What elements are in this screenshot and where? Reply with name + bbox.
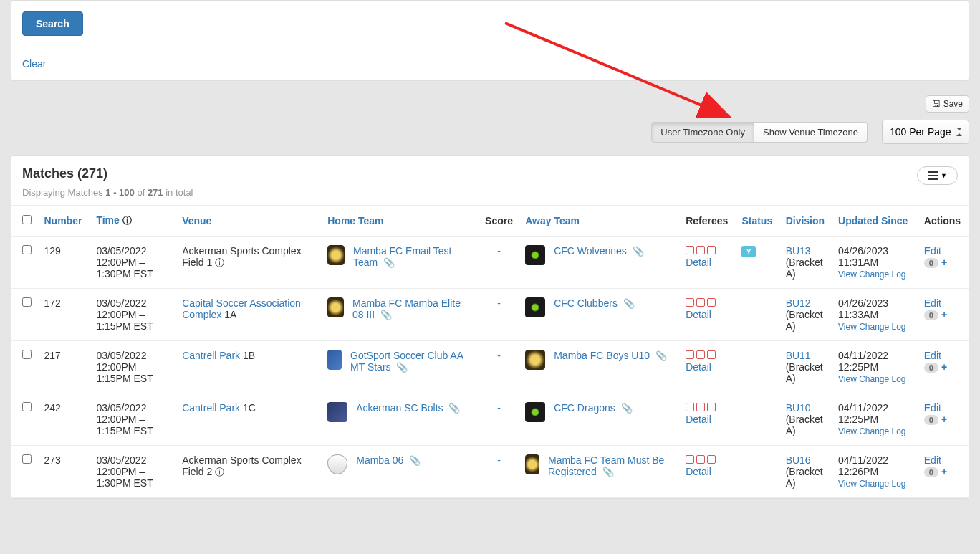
col-home-team[interactable]: Home Team (322, 206, 479, 237)
cell-referees: Detail (680, 237, 736, 289)
referee-slots[interactable] (686, 298, 716, 307)
cell-score[interactable]: - (479, 237, 519, 289)
attachment-icon[interactable]: 📎 (409, 455, 421, 466)
view-change-log-link[interactable]: View Change Log (838, 269, 906, 280)
cell-away-team: Mamba FC Team Must Be Registered 📎 (519, 446, 680, 498)
select-all-checkbox[interactable] (22, 215, 32, 224)
referee-detail-link[interactable]: Detail (686, 414, 711, 425)
referee-slot-icon[interactable] (686, 298, 694, 307)
referee-slot-icon[interactable] (707, 455, 716, 464)
user-timezone-button[interactable]: User Timezone Only (651, 122, 754, 143)
row-checkbox[interactable] (22, 297, 32, 307)
away-team-link[interactable]: CFC Dragons (554, 402, 615, 414)
col-actions: Actions (918, 206, 969, 237)
view-change-log-link[interactable]: View Change Log (838, 322, 906, 332)
venue-link[interactable]: Capital Soccer Association Complex (182, 297, 301, 320)
view-change-log-link[interactable]: View Change Log (838, 374, 906, 384)
referee-slot-icon[interactable] (707, 350, 716, 359)
cell-score[interactable]: - (479, 446, 519, 498)
cell-score[interactable]: - (479, 341, 519, 393)
search-button[interactable]: Search (22, 11, 83, 36)
division-link[interactable]: BU11 (786, 350, 811, 361)
add-icon[interactable]: + (941, 361, 947, 373)
referee-detail-link[interactable]: Detail (686, 257, 711, 268)
col-time[interactable]: Time ⓘ (90, 206, 176, 237)
row-checkbox[interactable] (22, 402, 32, 411)
cell-score[interactable]: - (479, 393, 519, 446)
home-team-link[interactable]: Mamba FC Mamba Elite 08 III (352, 297, 461, 320)
division-link[interactable]: BU12 (786, 297, 811, 309)
row-checkbox[interactable] (22, 245, 32, 254)
col-status[interactable]: Status (736, 206, 779, 237)
referee-slots[interactable] (686, 350, 716, 359)
attachment-icon[interactable]: 📎 (623, 298, 635, 309)
referee-detail-link[interactable]: Detail (686, 309, 711, 320)
home-team-link[interactable]: Ackerman SC Bolts (356, 402, 443, 414)
referee-slot-icon[interactable] (707, 298, 716, 307)
view-change-log-link[interactable]: View Change Log (838, 479, 906, 489)
edit-link[interactable]: Edit (924, 454, 941, 466)
row-checkbox[interactable] (22, 454, 32, 464)
referee-slot-icon[interactable] (707, 246, 716, 254)
referee-detail-link[interactable]: Detail (686, 361, 711, 373)
attachment-icon[interactable]: 📎 (396, 362, 408, 373)
cell-score[interactable]: - (479, 289, 519, 341)
referee-slot-icon[interactable] (686, 350, 694, 359)
col-venue[interactable]: Venue (176, 206, 322, 237)
home-team-link[interactable]: Mamba 06 (356, 454, 403, 466)
col-division[interactable]: Division (780, 206, 832, 237)
away-team-link[interactable]: Mamba FC Boys U10 (554, 350, 650, 361)
referee-slots[interactable] (686, 246, 716, 254)
add-icon[interactable]: + (941, 257, 947, 268)
add-icon[interactable]: + (941, 466, 947, 477)
add-icon[interactable]: + (941, 414, 947, 425)
save-button[interactable]: 🖫 Save (926, 95, 969, 113)
columns-menu-button[interactable]: ▼ (917, 166, 958, 185)
attachment-icon[interactable]: 📎 (380, 310, 392, 320)
referee-slots[interactable] (686, 403, 716, 411)
edit-link[interactable]: Edit (924, 350, 941, 361)
attachment-icon[interactable]: 📎 (633, 246, 644, 257)
venue-timezone-button[interactable]: Show Venue Timezone (754, 122, 868, 143)
attachment-icon[interactable]: 📎 (602, 467, 614, 477)
referee-slot-icon[interactable] (686, 403, 694, 411)
view-change-log-link[interactable]: View Change Log (838, 426, 906, 436)
referee-detail-link[interactable]: Detail (686, 466, 711, 477)
division-link[interactable]: BU16 (786, 454, 811, 466)
referee-slot-icon[interactable] (707, 403, 716, 411)
per-page-select[interactable]: 100 Per Page (882, 120, 969, 144)
referee-slot-icon[interactable] (696, 350, 705, 359)
home-team-link[interactable]: Mamba FC Email Test Team (353, 245, 451, 268)
away-team-link[interactable]: CFC Clubbers (554, 297, 618, 309)
venue-link[interactable]: Cantrell Park (182, 350, 240, 361)
division-link[interactable]: BU13 (786, 245, 811, 257)
col-away-team[interactable]: Away Team (519, 206, 680, 237)
edit-link[interactable]: Edit (924, 402, 941, 414)
attachment-icon[interactable]: 📎 (655, 350, 667, 361)
table-row: 217 03/05/2022 12:00PM – 1:15PM EST Cant… (11, 341, 969, 393)
referee-slot-icon[interactable] (696, 455, 705, 464)
cell-home-team: Mamba FC Email Test Team 📎 (322, 237, 479, 289)
team-logo (525, 402, 545, 422)
division-link[interactable]: BU10 (786, 402, 811, 414)
referee-slot-icon[interactable] (686, 455, 694, 464)
referee-slot-icon[interactable] (696, 298, 705, 307)
save-icon: 🖫 (932, 99, 941, 109)
updated-timestamp: 04/11/2022 12:26PM (838, 454, 913, 477)
referee-slot-icon[interactable] (696, 403, 705, 411)
add-icon[interactable]: + (941, 309, 947, 320)
clear-link[interactable]: Clear (22, 58, 46, 70)
attachment-icon[interactable]: 📎 (448, 403, 460, 414)
col-number[interactable]: Number (38, 206, 90, 237)
edit-link[interactable]: Edit (924, 297, 941, 309)
attachment-icon[interactable]: 📎 (383, 257, 395, 268)
referee-slots[interactable] (686, 455, 716, 464)
edit-link[interactable]: Edit (924, 245, 941, 257)
attachment-icon[interactable]: 📎 (621, 403, 633, 414)
away-team-link[interactable]: CFC Wolverines (554, 245, 627, 257)
row-checkbox[interactable] (22, 350, 32, 359)
col-updated-since[interactable]: Updated Since (832, 206, 918, 237)
referee-slot-icon[interactable] (696, 246, 705, 254)
referee-slot-icon[interactable] (686, 246, 694, 254)
venue-link[interactable]: Cantrell Park (182, 402, 240, 414)
